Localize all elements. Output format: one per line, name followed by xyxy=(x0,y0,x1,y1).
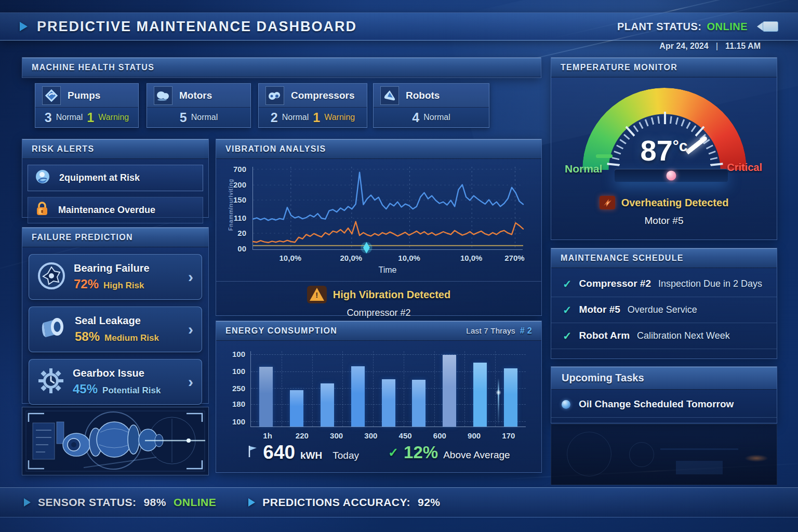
energy-range-label: Last 7 Thrays xyxy=(466,326,515,335)
gauge-slider-dot[interactable] xyxy=(667,170,676,180)
power-toggle-icon[interactable] xyxy=(757,21,778,32)
schedule-equipment: Robot Arm xyxy=(579,330,630,341)
vibration-chart-svg xyxy=(253,167,523,250)
vibration-alert-subtitle: Compressor #2 xyxy=(216,308,541,318)
energy-bar xyxy=(321,383,334,427)
y-tick-label: 100 xyxy=(232,417,245,426)
risk-alerts-panel: RISK ALERTS 2quipment at Risk Maintenanc… xyxy=(22,139,209,218)
header-bar: PREDICTIVE MAINTENANCE DASHBOARD PLANT S… xyxy=(0,12,798,41)
schedule-row[interactable]: ✓ Motor #5 Overdue Service xyxy=(551,297,777,323)
machine-card-name: Compressors xyxy=(291,90,355,101)
energy-kwh-label: Today xyxy=(332,450,359,461)
energy-panel: ENERGY CONSUMPTION Last 7 Thrays # 2 100… xyxy=(216,321,542,473)
machine-card-counts: 3 Normal 1 Warning xyxy=(35,108,138,127)
failure-risk-label: Medium Risk xyxy=(104,333,159,343)
check-icon[interactable]: ✓ xyxy=(563,278,572,290)
play-icon xyxy=(248,498,255,507)
machine-card-top: Motors xyxy=(147,84,250,108)
chevron-right-icon[interactable]: › xyxy=(188,374,193,390)
schedule-detail: Inspection Due in 2 Days xyxy=(658,278,762,289)
gridline-vertical xyxy=(282,351,282,427)
chevron-right-icon[interactable]: › xyxy=(188,269,193,285)
vibration-alert-title: High Vibration Detected xyxy=(333,289,450,301)
failure-percent: 45% xyxy=(73,382,98,396)
divider xyxy=(216,281,541,282)
schedule-row[interactable]: ✓ Robot Arm Calibration Next Week xyxy=(551,323,777,349)
energy-title: ENERGY CONSUMPTION xyxy=(225,326,337,336)
machine-card-pumps[interactable]: Pumps 3 Normal 1 Warning xyxy=(35,83,139,128)
machine-card-compressors[interactable]: Compressors 2 Normal 1 Warning xyxy=(258,83,367,128)
energy-bar xyxy=(412,380,425,427)
warning-triangle-icon: ! xyxy=(307,286,327,303)
flag-icon xyxy=(247,445,258,460)
maintenance-schedule-header: MAINTENANCE SCHEDULE xyxy=(551,248,777,268)
failure-item-gearbox[interactable]: Gearbox Issue 45% Potential Risk › xyxy=(29,359,202,405)
failure-item-text: Gearbox Issue 45% Potential Risk xyxy=(73,367,161,396)
risk-alert-row[interactable]: 2quipment at Risk xyxy=(28,165,203,191)
machine-card-name: Robots xyxy=(406,90,440,101)
normal-count: 5 xyxy=(180,110,187,125)
machine-card-counts: 2 Normal 1 Warning xyxy=(259,108,367,127)
temperature-panel: TEMPERATURE MONITOR 87°c Normal Critical… xyxy=(551,57,777,240)
overheat-flame-icon xyxy=(600,196,615,209)
motor-icon xyxy=(154,86,172,105)
check-icon[interactable]: ✓ xyxy=(563,330,572,342)
y-tick-label: 100 xyxy=(232,367,245,376)
gridline-vertical xyxy=(373,351,374,427)
machine-card-robots[interactable]: Robots 4 Normal xyxy=(373,83,489,128)
failure-percent: 72% xyxy=(74,277,99,291)
machine-card-top: Pumps xyxy=(35,84,138,108)
normal-label: Normal xyxy=(56,113,83,122)
energy-bar xyxy=(290,390,303,427)
machine-health-header: MACHINE HEALTH STATUS xyxy=(22,58,541,77)
globe-user-icon xyxy=(34,168,51,188)
temperature-alert-subtitle: Motor #5 xyxy=(551,215,777,227)
chevron-right-icon[interactable]: › xyxy=(188,322,193,337)
schedule-row[interactable]: ✓ Compressor #2 Inspection Due in 2 Days xyxy=(551,271,777,297)
upcoming-tasks-header: Upcoming Tasks xyxy=(551,367,777,390)
machine-card-counts: 5 Normal xyxy=(147,108,250,127)
energy-bar xyxy=(259,367,273,427)
task-label: Oil Change Scheduled Tomorrow xyxy=(579,398,734,410)
energy-bar xyxy=(473,363,487,427)
datetime: Apr 24, 2024 | 11.15 AM xyxy=(659,42,761,51)
normal-count: 3 xyxy=(45,110,52,125)
check-icon[interactable]: ✓ xyxy=(563,304,572,316)
schedule-detail: Overdue Service xyxy=(628,304,697,315)
normal-count: 2 xyxy=(271,110,278,125)
task-row[interactable]: Oil Change Scheduled Tomorrow xyxy=(551,390,777,418)
temperature-header: TEMPERATURE MONITOR xyxy=(551,58,777,77)
risk-alerts-header: RISK ALERTS xyxy=(22,139,208,159)
energy-chart xyxy=(250,351,526,427)
energy-bar xyxy=(351,366,365,427)
risk-alert-label: 2quipment at Risk xyxy=(59,172,140,183)
y-tick-label: 700 xyxy=(233,165,246,174)
gauge-slider-bar[interactable] xyxy=(615,169,728,182)
sensor-status-label: SENSOR STATUS: xyxy=(38,496,136,509)
failure-item-bearing[interactable]: Bearing Failure 72% High Risk › xyxy=(29,254,202,300)
y-tick-label: 250 xyxy=(232,384,245,393)
x-tick-label: 300 xyxy=(364,431,377,440)
risk-alert-row[interactable]: Maintenance Overdue xyxy=(28,197,203,223)
energy-bar xyxy=(443,355,456,427)
energy-percent-label: Above Average xyxy=(443,449,510,461)
series-vibration-high xyxy=(253,172,523,220)
y-tick-label: 20 xyxy=(237,229,246,237)
turbine-illustration xyxy=(22,407,208,475)
energy-subtitle: Last 7 Thrays # 2 xyxy=(466,326,532,336)
vibration-chart xyxy=(252,167,523,250)
bearing-icon xyxy=(37,262,65,292)
padlock-icon xyxy=(34,201,50,220)
vibration-y-axis-title: Fnammlnurlvitïng xyxy=(228,163,234,246)
failure-risk-label: High Risk xyxy=(103,281,144,291)
y-tick-label: 100 xyxy=(232,350,245,358)
failure-item-seal[interactable]: Seal Leakage 58% Medium Risk › xyxy=(29,307,202,352)
play-icon xyxy=(24,498,31,507)
vibration-x-axis-labels: 10,0%20,0%10,0%10,0%270% xyxy=(252,254,523,264)
warning-label: Warning xyxy=(324,113,355,122)
x-tick-label: 900 xyxy=(468,431,481,440)
y-tick-label: 110 xyxy=(234,214,246,222)
dashboard-root: PREDICTIVE MAINTENANCE DASHBOARD PLANT S… xyxy=(0,0,798,532)
machine-card-motors[interactable]: Motors 5 Normal xyxy=(147,83,251,128)
normal-label: Normal xyxy=(423,113,450,122)
